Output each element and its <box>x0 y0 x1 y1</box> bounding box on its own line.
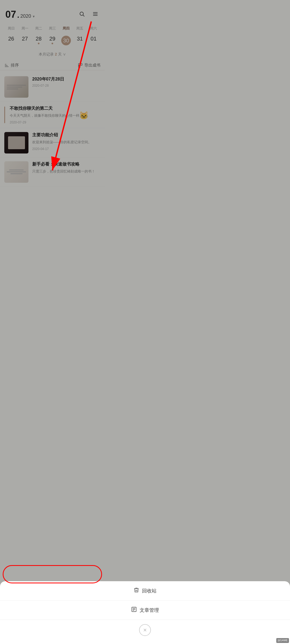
modal-overlay[interactable] <box>0 0 105 232</box>
